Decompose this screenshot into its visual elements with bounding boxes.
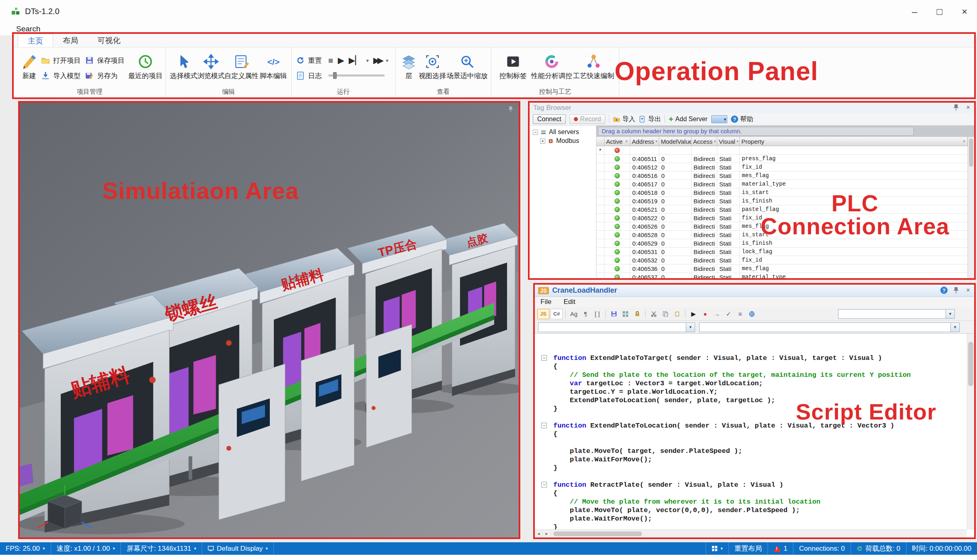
tag-row[interactable]: 0:4065280BidirectiStatiis_start	[596, 231, 968, 239]
control-tag-button[interactable]: 控制标签	[495, 50, 531, 80]
open-project-button[interactable]: 打开项目	[41, 56, 81, 65]
select-mode-button[interactable]: 选择模式	[170, 50, 197, 80]
tab-visualization[interactable]: 可视化	[88, 34, 130, 47]
scroll-thumb[interactable]	[969, 138, 973, 167]
reset-layout-button[interactable]: 重置布局	[729, 542, 768, 555]
header-active[interactable]: Active▼	[604, 137, 630, 146]
scroll-thumb[interactable]	[968, 342, 973, 386]
step-over-icon[interactable]: →	[712, 309, 722, 319]
collapse-icon[interactable]: −	[533, 130, 538, 135]
recent-projects-button[interactable]: 最近的项目	[128, 50, 162, 80]
load-total-indicator[interactable]: 荷载总数: 0	[851, 542, 906, 555]
tag-row[interactable]: 0:4065220BidirectiStatifix_id	[596, 214, 968, 222]
lang-js-button[interactable]: JS	[537, 309, 549, 319]
layout-grid-button[interactable]: ▾	[706, 542, 729, 555]
fold-toggle-icon[interactable]: −	[541, 355, 547, 361]
tag-row[interactable]: 0:4065310BidirectiStatilock_flag	[596, 248, 968, 256]
play-icon[interactable]: ▶	[338, 56, 344, 65]
script-edit-button[interactable]: </> 脚本编辑	[259, 50, 288, 80]
speed-slider[interactable]	[328, 72, 385, 79]
close-button[interactable]: ×	[952, 0, 977, 23]
tag-row[interactable]: 0:4065260BidirectiStatimes_flag	[596, 222, 968, 231]
outline-icon[interactable]: ≡	[735, 309, 745, 319]
import-tags-button[interactable]: 导入	[613, 115, 635, 124]
scroll-thumb[interactable]	[553, 531, 642, 536]
pilcrow-icon[interactable]: ¶	[580, 309, 591, 319]
server-type-combo[interactable]: ▾	[711, 115, 727, 123]
header-access[interactable]: Access▼	[691, 137, 717, 146]
record-button[interactable]: Record	[569, 114, 606, 124]
type-combo[interactable]: ▾	[538, 322, 695, 332]
pin-icon[interactable]	[952, 104, 960, 111]
tag-row[interactable]: 0:4065290BidirectiStatiis_finish	[596, 239, 968, 248]
code-editor[interactable]: −function ExtendPlateToTarget( sender : …	[535, 334, 967, 529]
log-button[interactable]: 日志	[296, 71, 322, 81]
warning-indicator[interactable]: 1	[768, 542, 793, 555]
header-property[interactable]: Property▼	[740, 137, 968, 146]
grid-icon[interactable]	[620, 309, 631, 319]
export-tags-button[interactable]: 导出	[639, 115, 661, 124]
quick-process-button[interactable]: 工艺快速编制	[573, 50, 615, 80]
tag-row[interactable]: 0:4065360BidirectiStatimes_flag	[596, 265, 968, 273]
group-by-bar[interactable]: Drag a column header here to group by th…	[596, 126, 974, 137]
tag-row[interactable]: 0:4065370BidirectiStatimaterial_type	[596, 273, 968, 278]
fold-toggle-icon[interactable]: −	[541, 423, 547, 428]
menu-file[interactable]: File	[540, 298, 551, 306]
save-project-button[interactable]: 保存项目	[85, 56, 124, 65]
speed-dropdown-icon[interactable]: ▾	[386, 58, 389, 64]
tree-node-modbus[interactable]: + Modbus	[530, 136, 596, 145]
scene-zoom-button[interactable]: 场景适中缩放	[447, 50, 488, 80]
reset-button[interactable]: 重置	[296, 56, 322, 65]
cut-icon[interactable]	[648, 309, 659, 319]
browse-mode-button[interactable]: 浏览模式	[197, 50, 225, 80]
display-selector[interactable]: Default Display▾	[202, 542, 274, 555]
menu-edit[interactable]: Edit	[563, 298, 575, 306]
scroll-right-icon[interactable]: ►	[543, 530, 551, 537]
stop-icon[interactable]: ■	[328, 56, 333, 65]
fast-forward-icon[interactable]: ▶▶	[373, 56, 381, 65]
maximize-button[interactable]: □	[927, 0, 952, 23]
lang-cs-button[interactable]: C#	[551, 309, 563, 319]
fold-toggle-icon[interactable]: −	[541, 482, 547, 488]
speed-indicator[interactable]: 速度: x1.00 / 1.00▾	[51, 542, 121, 555]
scroll-left-icon[interactable]: ◄	[535, 530, 543, 537]
simulation-viewport[interactable]: 贴辅料 锁螺丝 贴辅料 TP压合 点胶	[20, 103, 519, 537]
tag-row[interactable]: 0:4065180BidirectiStatiis_start	[596, 188, 968, 197]
help-icon[interactable]: ?	[940, 287, 948, 294]
custom-properties-button[interactable]: 自定义属性	[225, 50, 259, 80]
import-model-button[interactable]: 导入模型	[41, 71, 81, 81]
tag-row[interactable]: 0:4065320BidirectiStatifix_id	[596, 256, 968, 265]
paste-icon[interactable]	[672, 309, 682, 319]
new-project-button[interactable]: 新建	[18, 50, 41, 80]
grid-vertical-scrollbar[interactable]	[968, 137, 974, 278]
tag-new-row[interactable]: *	[596, 146, 968, 155]
connect-button[interactable]: Connect	[533, 114, 566, 124]
tag-row[interactable]: 0:4065170BidirectiStatimaterial_type	[596, 180, 968, 188]
lock-icon[interactable]	[632, 309, 642, 319]
pin-icon[interactable]	[507, 106, 514, 112]
slider-thumb[interactable]	[333, 72, 337, 79]
member-combo[interactable]: ▾	[699, 322, 960, 332]
tag-row[interactable]: 0:4065190BidirectiStatiis_finish	[596, 197, 968, 205]
screen-size-indicator[interactable]: 屏幕尺寸: 1346x1131▾	[121, 542, 202, 555]
globe-icon[interactable]	[747, 309, 757, 319]
tag-row[interactable]: 0:4065120BidirectiStatifix_id	[596, 163, 968, 172]
run-icon[interactable]: ▶	[688, 309, 699, 319]
perf-tuning-button[interactable]: 性能分析调控	[531, 50, 573, 80]
tab-home[interactable]: 主页	[18, 34, 53, 47]
editor-horizontal-scrollbar[interactable]: ◄ ►	[535, 529, 967, 537]
copy-icon[interactable]	[660, 309, 671, 319]
header-address[interactable]: Address▼	[630, 137, 659, 146]
play-dropdown-icon[interactable]: ▾	[366, 58, 369, 64]
save-as-button[interactable]: 另存为	[85, 71, 124, 81]
tree-node-all-servers[interactable]: − All servers	[530, 128, 596, 136]
minimize-button[interactable]: –	[902, 0, 927, 23]
add-server-button[interactable]: +Add Server	[669, 116, 708, 123]
tag-row[interactable]: 0:4065210BidirectiStatipastel_flag	[596, 205, 968, 214]
record-icon[interactable]: ●	[700, 309, 710, 319]
view-select-button[interactable]: 视图选择	[418, 50, 447, 80]
close-icon[interactable]: ×	[965, 287, 972, 294]
header-visual[interactable]: Visual▼	[717, 137, 740, 146]
pin-icon[interactable]	[952, 287, 960, 294]
connections-indicator[interactable]: Connections: 0	[793, 542, 850, 555]
